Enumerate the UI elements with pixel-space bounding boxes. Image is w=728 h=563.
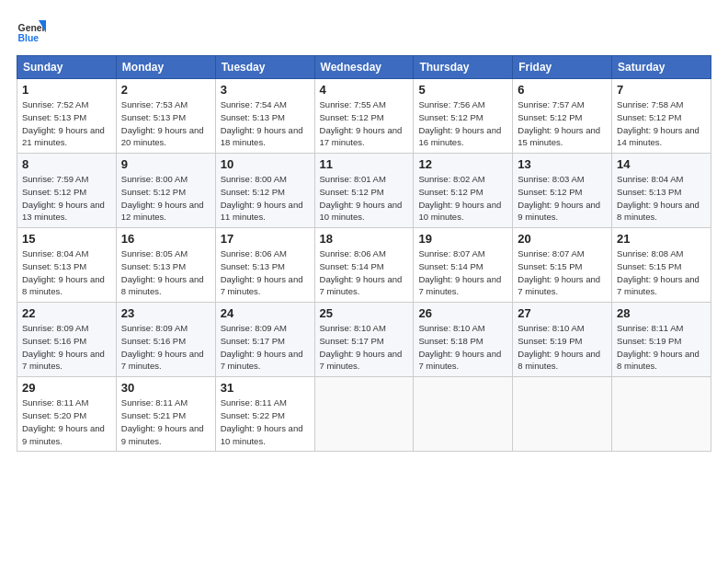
day-info: Sunrise: 8:11 AMSunset: 5:20 PMDaylight:… xyxy=(22,396,111,447)
calendar-cell: 19Sunrise: 8:07 AMSunset: 5:14 PMDayligh… xyxy=(414,228,513,303)
day-info: Sunrise: 8:05 AMSunset: 5:13 PMDaylight:… xyxy=(121,247,210,298)
day-info: Sunrise: 8:08 AMSunset: 5:15 PMDaylight:… xyxy=(617,247,706,298)
day-info: Sunrise: 8:09 AMSunset: 5:16 PMDaylight:… xyxy=(22,322,111,373)
calendar-cell: 13Sunrise: 8:03 AMSunset: 5:12 PMDayligh… xyxy=(513,154,612,228)
calendar-cell: 14Sunrise: 8:04 AMSunset: 5:13 PMDayligh… xyxy=(612,154,711,228)
weekday-header-wednesday: Wednesday xyxy=(314,56,414,79)
day-info: Sunrise: 7:53 AMSunset: 5:13 PMDaylight:… xyxy=(121,98,210,149)
day-number: 29 xyxy=(22,381,111,395)
calendar-cell: 2Sunrise: 7:53 AMSunset: 5:13 PMDaylight… xyxy=(116,79,215,154)
weekday-header-friday: Friday xyxy=(513,56,612,79)
calendar-table: SundayMondayTuesdayWednesdayThursdayFrid… xyxy=(17,55,711,452)
day-number: 31 xyxy=(221,381,310,395)
day-number: 12 xyxy=(418,157,507,171)
calendar-cell: 18Sunrise: 8:06 AMSunset: 5:14 PMDayligh… xyxy=(314,228,414,303)
calendar-cell: 15Sunrise: 8:04 AMSunset: 5:13 PMDayligh… xyxy=(17,228,117,303)
calendar-cell: 24Sunrise: 8:09 AMSunset: 5:17 PMDayligh… xyxy=(215,303,314,377)
day-info: Sunrise: 8:10 AMSunset: 5:19 PMDaylight:… xyxy=(518,322,607,373)
day-info: Sunrise: 8:11 AMSunset: 5:22 PMDaylight:… xyxy=(221,396,310,447)
calendar-cell: 30Sunrise: 8:11 AMSunset: 5:21 PMDayligh… xyxy=(116,377,215,452)
header: General Blue xyxy=(17,17,711,46)
day-info: Sunrise: 8:04 AMSunset: 5:13 PMDaylight:… xyxy=(617,173,706,224)
day-number: 27 xyxy=(518,306,607,320)
day-number: 17 xyxy=(221,232,310,246)
calendar-cell: 3Sunrise: 7:54 AMSunset: 5:13 PMDaylight… xyxy=(215,79,314,154)
weekday-header-saturday: Saturday xyxy=(612,56,711,79)
day-info: Sunrise: 8:09 AMSunset: 5:17 PMDaylight:… xyxy=(221,322,310,373)
day-info: Sunrise: 7:58 AMSunset: 5:12 PMDaylight:… xyxy=(617,98,706,149)
day-info: Sunrise: 8:09 AMSunset: 5:16 PMDaylight:… xyxy=(121,322,210,373)
calendar-cell: 22Sunrise: 8:09 AMSunset: 5:16 PMDayligh… xyxy=(17,303,117,377)
day-number: 11 xyxy=(320,157,409,171)
day-info: Sunrise: 7:59 AMSunset: 5:12 PMDaylight:… xyxy=(22,173,111,224)
day-number: 3 xyxy=(221,83,310,97)
weekday-header-thursday: Thursday xyxy=(414,56,513,79)
calendar-cell: 11Sunrise: 8:01 AMSunset: 5:12 PMDayligh… xyxy=(314,154,414,228)
day-number: 18 xyxy=(320,232,409,246)
day-number: 14 xyxy=(617,157,706,171)
calendar-cell: 26Sunrise: 8:10 AMSunset: 5:18 PMDayligh… xyxy=(414,303,513,377)
calendar-cell: 27Sunrise: 8:10 AMSunset: 5:19 PMDayligh… xyxy=(513,303,612,377)
day-info: Sunrise: 8:06 AMSunset: 5:14 PMDaylight:… xyxy=(320,247,409,298)
day-number: 8 xyxy=(22,157,111,171)
day-info: Sunrise: 8:00 AMSunset: 5:12 PMDaylight:… xyxy=(121,173,210,224)
calendar-cell: 29Sunrise: 8:11 AMSunset: 5:20 PMDayligh… xyxy=(17,377,117,452)
calendar-cell: 7Sunrise: 7:58 AMSunset: 5:12 PMDaylight… xyxy=(612,79,711,154)
day-info: Sunrise: 7:56 AMSunset: 5:12 PMDaylight:… xyxy=(418,98,507,149)
calendar-cell: 31Sunrise: 8:11 AMSunset: 5:22 PMDayligh… xyxy=(215,377,314,452)
calendar-cell: 1Sunrise: 7:52 AMSunset: 5:13 PMDaylight… xyxy=(17,79,117,154)
day-info: Sunrise: 8:00 AMSunset: 5:12 PMDaylight:… xyxy=(221,173,310,224)
calendar-cell: 28Sunrise: 8:11 AMSunset: 5:19 PMDayligh… xyxy=(612,303,711,377)
day-info: Sunrise: 8:11 AMSunset: 5:19 PMDaylight:… xyxy=(617,322,706,373)
day-info: Sunrise: 8:10 AMSunset: 5:17 PMDaylight:… xyxy=(320,322,409,373)
day-number: 20 xyxy=(518,232,607,246)
calendar-cell: 10Sunrise: 8:00 AMSunset: 5:12 PMDayligh… xyxy=(215,154,314,228)
calendar-cell xyxy=(513,377,612,452)
calendar-cell: 25Sunrise: 8:10 AMSunset: 5:17 PMDayligh… xyxy=(314,303,414,377)
calendar-cell: 6Sunrise: 7:57 AMSunset: 5:12 PMDaylight… xyxy=(513,79,612,154)
calendar-cell: 4Sunrise: 7:55 AMSunset: 5:12 PMDaylight… xyxy=(314,79,414,154)
calendar-cell xyxy=(612,377,711,452)
day-info: Sunrise: 8:07 AMSunset: 5:14 PMDaylight:… xyxy=(418,247,507,298)
day-number: 13 xyxy=(518,157,607,171)
day-number: 15 xyxy=(22,232,111,246)
calendar-cell: 21Sunrise: 8:08 AMSunset: 5:15 PMDayligh… xyxy=(612,228,711,303)
calendar-cell: 12Sunrise: 8:02 AMSunset: 5:12 PMDayligh… xyxy=(414,154,513,228)
calendar-cell: 23Sunrise: 8:09 AMSunset: 5:16 PMDayligh… xyxy=(116,303,215,377)
calendar-cell: 20Sunrise: 8:07 AMSunset: 5:15 PMDayligh… xyxy=(513,228,612,303)
day-number: 24 xyxy=(221,306,310,320)
day-info: Sunrise: 7:57 AMSunset: 5:12 PMDaylight:… xyxy=(518,98,607,149)
logo-icon: General Blue xyxy=(17,17,46,46)
day-info: Sunrise: 8:02 AMSunset: 5:12 PMDaylight:… xyxy=(418,173,507,224)
day-info: Sunrise: 8:07 AMSunset: 5:15 PMDaylight:… xyxy=(518,247,607,298)
weekday-header-sunday: Sunday xyxy=(17,56,117,79)
calendar-cell: 9Sunrise: 8:00 AMSunset: 5:12 PMDaylight… xyxy=(116,154,215,228)
day-info: Sunrise: 8:01 AMSunset: 5:12 PMDaylight:… xyxy=(320,173,409,224)
day-number: 4 xyxy=(320,83,409,97)
day-number: 19 xyxy=(418,232,507,246)
day-number: 23 xyxy=(121,306,210,320)
calendar-cell: 16Sunrise: 8:05 AMSunset: 5:13 PMDayligh… xyxy=(116,228,215,303)
calendar-cell xyxy=(414,377,513,452)
day-info: Sunrise: 8:06 AMSunset: 5:13 PMDaylight:… xyxy=(221,247,310,298)
day-info: Sunrise: 8:04 AMSunset: 5:13 PMDaylight:… xyxy=(22,247,111,298)
calendar-cell xyxy=(314,377,414,452)
day-info: Sunrise: 8:03 AMSunset: 5:12 PMDaylight:… xyxy=(518,173,607,224)
day-number: 9 xyxy=(121,157,210,171)
day-number: 25 xyxy=(320,306,409,320)
day-info: Sunrise: 7:52 AMSunset: 5:13 PMDaylight:… xyxy=(22,98,111,149)
weekday-header-monday: Monday xyxy=(116,56,215,79)
day-info: Sunrise: 7:55 AMSunset: 5:12 PMDaylight:… xyxy=(320,98,409,149)
day-number: 5 xyxy=(418,83,507,97)
day-number: 28 xyxy=(617,306,706,320)
calendar-cell: 5Sunrise: 7:56 AMSunset: 5:12 PMDaylight… xyxy=(414,79,513,154)
day-number: 21 xyxy=(617,232,706,246)
calendar-cell: 17Sunrise: 8:06 AMSunset: 5:13 PMDayligh… xyxy=(215,228,314,303)
day-number: 2 xyxy=(121,83,210,97)
day-number: 10 xyxy=(221,157,310,171)
day-info: Sunrise: 8:10 AMSunset: 5:18 PMDaylight:… xyxy=(418,322,507,373)
svg-text:Blue: Blue xyxy=(18,33,40,43)
day-number: 26 xyxy=(418,306,507,320)
day-number: 7 xyxy=(617,83,706,97)
day-number: 6 xyxy=(518,83,607,97)
